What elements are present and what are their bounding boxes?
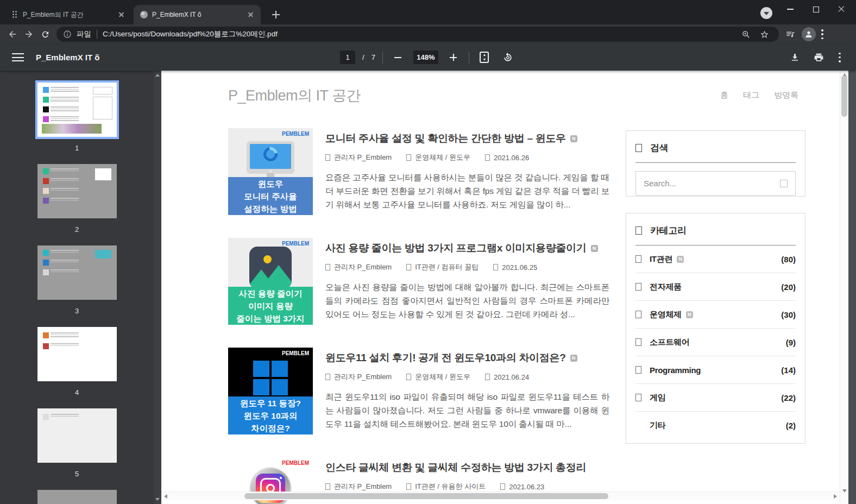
category-bullet-icon bbox=[635, 311, 641, 318]
reload-icon bbox=[41, 30, 50, 39]
category-item[interactable]: Programming (14) bbox=[635, 356, 796, 384]
scroll-left-icon[interactable] bbox=[164, 494, 167, 499]
post-meta: 관리자 P_Emblem IT관련 / 유용한 사이트 2021.06.23 bbox=[325, 482, 609, 492]
nav-guestbook-link[interactable]: 방명록 bbox=[774, 90, 798, 100]
category-widget: 카테고리 IT관련 N (80) 전자제품 (20) 운영체제 N (30) 소… bbox=[626, 213, 805, 444]
category-label[interactable]: 소프트웨어 bbox=[650, 337, 690, 348]
vertical-scrollbar[interactable] bbox=[840, 71, 848, 504]
post-excerpt[interactable]: 오늘은 사진 용량을 줄이는 방법에 대해 알아볼까 합니다. 최근에는 스마트… bbox=[325, 280, 609, 321]
post-title-link[interactable]: 사진 용량 줄이는 방법 3가지 프로그램x 이미지용량줄이기 bbox=[325, 241, 587, 255]
category-label[interactable]: 전자제품 bbox=[650, 282, 682, 292]
category-label[interactable]: IT관련 bbox=[650, 254, 672, 264]
thumbnail-brand-label: PEMBLEM bbox=[282, 460, 309, 466]
info-icon[interactable] bbox=[63, 30, 72, 39]
pdf-page-thumbnail[interactable] bbox=[37, 245, 117, 300]
category-label[interactable]: 기타 bbox=[650, 420, 665, 431]
window-minimize-button[interactable] bbox=[778, 0, 803, 18]
browser-menu-button[interactable] bbox=[821, 29, 823, 39]
window-maximize-button[interactable] bbox=[803, 0, 828, 18]
back-button[interactable] bbox=[4, 26, 21, 42]
rotate-button[interactable] bbox=[500, 49, 516, 66]
horizontal-scrollbar-thumb[interactable] bbox=[244, 493, 608, 499]
post-author[interactable]: 관리자 P_Emblem bbox=[334, 153, 392, 162]
search-submit-icon[interactable] bbox=[780, 180, 788, 187]
search-input[interactable]: Search... bbox=[635, 171, 796, 196]
post-author[interactable]: 관리자 P_Emblem bbox=[334, 372, 392, 382]
horizontal-scrollbar[interactable] bbox=[161, 492, 840, 500]
pdf-page-thumbnail-item[interactable]: 4 bbox=[0, 327, 154, 396]
reload-button[interactable] bbox=[37, 26, 53, 42]
tab-pdf-active[interactable]: P_EmblemX IT õ bbox=[134, 5, 261, 24]
post-excerpt[interactable]: 요즘은 고주사율 모니터를 사용하시는 분들이 많은 것 같습니다. 게임을 할… bbox=[325, 171, 609, 211]
category-label[interactable]: 운영체제 bbox=[650, 310, 682, 320]
profile-avatar[interactable] bbox=[802, 27, 816, 41]
tab-blog-page[interactable]: P_Emblem의 IT 공간 bbox=[4, 5, 131, 24]
reading-list-extension-button[interactable] bbox=[782, 26, 798, 42]
category-icon bbox=[406, 374, 411, 380]
minus-icon bbox=[394, 57, 401, 58]
zoom-in-button[interactable] bbox=[445, 49, 462, 66]
scroll-down-icon[interactable] bbox=[842, 489, 847, 493]
post-category[interactable]: IT관련 / 컴퓨터 꿀팁 bbox=[415, 262, 479, 272]
category-item[interactable]: 전자제품 (20) bbox=[635, 273, 796, 301]
pdf-page-thumbnail-item[interactable] bbox=[0, 490, 154, 504]
page-number-input[interactable]: 1 bbox=[340, 51, 355, 64]
bookmark-button[interactable] bbox=[756, 26, 772, 42]
post-title-link[interactable]: 모니터 주사율 설정 및 확인하는 간단한 방법 – 윈도우 bbox=[325, 131, 566, 146]
rotate-icon bbox=[502, 52, 513, 63]
post-category[interactable]: IT관련 / 유용한 사이트 bbox=[415, 482, 486, 492]
new-tab-button[interactable] bbox=[268, 7, 284, 22]
category-item[interactable]: IT관련 N (80) bbox=[635, 245, 796, 273]
tab-close-icon[interactable] bbox=[247, 10, 255, 19]
pdf-page-thumbnail-item[interactable]: 2 bbox=[0, 164, 154, 234]
category-label[interactable]: 게임 bbox=[650, 393, 665, 403]
tab-close-icon[interactable] bbox=[117, 10, 126, 19]
nav-home-link[interactable]: 홈 bbox=[720, 90, 728, 100]
sidebar-scrollbar[interactable] bbox=[154, 71, 161, 504]
post-thumbnail[interactable]: PEMBLEM 사진 용량 줄이기 이미지 용량 줄이는 방법 3가지 bbox=[228, 238, 313, 325]
fit-to-page-button[interactable] bbox=[476, 49, 493, 66]
omnibox[interactable]: 파일 C:/Users/posti/Downloads/pdf%20블로그%20… bbox=[56, 27, 779, 42]
window-close-button[interactable] bbox=[829, 0, 854, 18]
category-item[interactable]: 운영체제 N (30) bbox=[635, 301, 796, 329]
post-category[interactable]: 운영체제 / 윈도우 bbox=[415, 372, 470, 382]
post-author[interactable]: 관리자 P_Emblem bbox=[334, 262, 392, 272]
pdf-page-thumbnail-item[interactable]: 3 bbox=[0, 245, 154, 315]
pdf-more-options-button[interactable] bbox=[839, 53, 841, 62]
pdf-page-thumbnail-item[interactable]: 5 bbox=[0, 408, 154, 478]
forward-button[interactable] bbox=[21, 26, 37, 42]
post-title-link[interactable]: 윈도우11 설치 후기! 공개 전 윈도우10과의 차이점은? bbox=[325, 351, 566, 365]
category-label[interactable]: Programming bbox=[650, 366, 701, 375]
media-control-button[interactable] bbox=[760, 7, 772, 19]
post-author[interactable]: 관리자 P_Emblem bbox=[334, 482, 392, 492]
post-category[interactable]: 운영체제 / 윈도우 bbox=[415, 153, 470, 162]
pdf-page-thumbnail[interactable] bbox=[37, 83, 117, 137]
zoom-out-button[interactable] bbox=[390, 49, 406, 66]
print-button[interactable] bbox=[809, 49, 828, 66]
address-bar-row: 파일 C:/Users/posti/Downloads/pdf%20블로그%20… bbox=[0, 24, 856, 44]
zoom-page-button[interactable] bbox=[738, 26, 754, 42]
nav-tag-link[interactable]: 태그 bbox=[743, 90, 759, 100]
post-list: PEMBLEM 윈도우 모니터 주사율 설정하는 방법 모니터 주사율 설정 및… bbox=[228, 128, 609, 504]
divider bbox=[635, 162, 796, 163]
category-item[interactable]: 기타 (2) bbox=[635, 412, 796, 439]
post-excerpt[interactable]: 최근 윈도우11의 iso 파일이 유출되며 해당 iso 파일로 윈도우11을… bbox=[325, 390, 609, 431]
category-item[interactable]: 소프트웨어 (9) bbox=[635, 329, 796, 356]
post-title-link[interactable]: 인스타 글씨체 변환 및 글씨체 수정하는 방법 3가지 총정리 bbox=[325, 461, 586, 475]
post-thumbnail[interactable]: PEMBLEM 윈도우 모니터 주사율 설정하는 방법 bbox=[228, 128, 313, 215]
scroll-right-icon[interactable] bbox=[834, 494, 837, 499]
pdf-page-thumbnail[interactable] bbox=[37, 164, 117, 218]
download-button[interactable] bbox=[785, 49, 804, 66]
zoom-level-input[interactable]: 148% bbox=[413, 51, 438, 64]
blog-title[interactable]: P_Emblem의 IT 공간 bbox=[228, 86, 361, 105]
pdf-page-thumbnail[interactable] bbox=[37, 408, 117, 463]
pdf-page-thumbnail[interactable] bbox=[37, 490, 117, 504]
url-text[interactable]: C:/Users/posti/Downloads/pdf%20블로그%20메인.… bbox=[103, 29, 733, 39]
category-item[interactable]: 게임 (22) bbox=[635, 384, 796, 412]
vertical-scrollbar-thumb[interactable] bbox=[841, 75, 847, 117]
scroll-down-icon[interactable] bbox=[155, 498, 160, 501]
pdf-page-thumbnail-item[interactable]: 1 bbox=[0, 83, 154, 152]
post-thumbnail[interactable]: PEMBLEM 윈도우 11 등장? 윈도우 10과의 차이점은? bbox=[228, 348, 313, 434]
pdf-page-thumbnail[interactable] bbox=[37, 327, 117, 381]
scroll-up-icon[interactable] bbox=[155, 74, 160, 77]
